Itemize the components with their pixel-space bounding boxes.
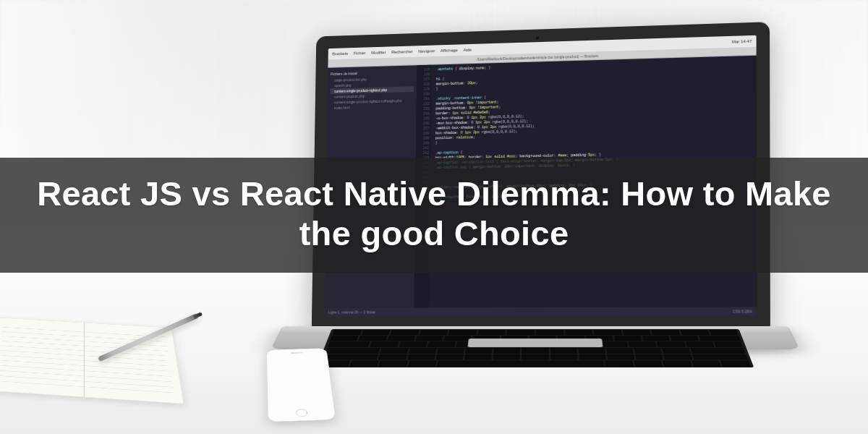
menu-item: Fichier	[354, 51, 366, 55]
laptop-base	[271, 326, 800, 349]
phone-prop	[266, 348, 336, 422]
title-overlay: React JS vs React Native Dilemma: How to…	[0, 158, 868, 273]
menu-item: Rechercher	[391, 49, 413, 54]
laptop-keyboard	[317, 329, 754, 368]
app-name: Brackets	[332, 51, 348, 56]
status-right: CSS 5.26%	[733, 309, 752, 313]
editor-statusbar: Ligne 1, colonne 20 — 1 fichier CSS 5.26…	[324, 307, 757, 316]
clock: Mar 14:47	[732, 39, 752, 44]
menu-item: Aide	[463, 48, 472, 52]
status-left: Ligne 1, colonne 20 — 1 fichier	[328, 310, 376, 315]
menu-item: Affichage	[441, 48, 458, 53]
laptop-trackpad	[467, 339, 603, 347]
hero-image: Brackets Fichier Modifier Rechercher Nav…	[0, 0, 868, 434]
hero-title: React JS vs React Native Dilemma: How to…	[29, 174, 839, 254]
sidebar-file: index.html	[330, 103, 414, 111]
menu-item: Naviguer	[418, 48, 435, 53]
menu-item: Modifier	[371, 50, 386, 54]
